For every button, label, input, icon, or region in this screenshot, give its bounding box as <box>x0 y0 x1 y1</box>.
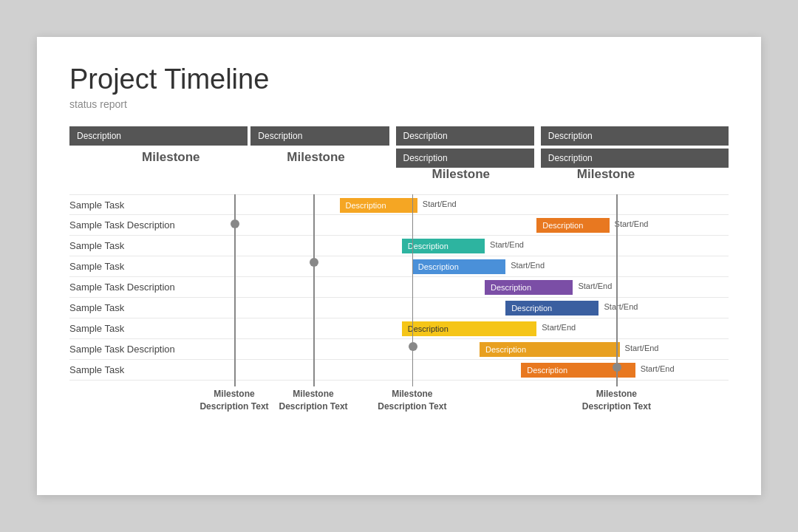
gantt-area: Description Start/End <box>210 318 729 338</box>
milestone-footer-label-4: MilestoneDescription Text <box>582 388 651 413</box>
milestone-line-3 <box>412 194 414 386</box>
gantt-bar-wrap: Description <box>340 198 417 213</box>
gantt-area: Description Start/End <box>210 339 729 359</box>
milestone-dot-2 <box>310 258 318 267</box>
gantt-date: Start/End <box>511 261 545 270</box>
milestone-line-2 <box>313 194 315 386</box>
page-title: Project Timeline <box>69 64 729 95</box>
gantt-bar-wrap: Description <box>480 342 620 357</box>
gantt-container: Sample Task Description Start/End Sample… <box>69 194 729 429</box>
table-row: Sample Task Description Start/End <box>69 298 729 318</box>
task-label: Sample Task <box>69 200 210 211</box>
milestone-label-1: Milestone <box>142 150 200 191</box>
milestone-dot-3 <box>409 342 417 351</box>
table-row: Sample Task Description Start/End <box>69 360 729 381</box>
table-row: Sample Task Description Start/End <box>69 194 729 215</box>
milestone-dot-1 <box>231 219 239 228</box>
gantt-date: Start/End <box>604 302 638 311</box>
task-label: Sample Task <box>69 323 210 334</box>
gantt-bar: Description <box>536 218 609 233</box>
table-row: Sample Task Description Description Star… <box>69 339 729 360</box>
table-row: Sample Task Description Start/End <box>69 236 729 256</box>
band-2: Description <box>250 126 389 146</box>
task-label: Sample Task Description <box>69 344 210 355</box>
gantt-area: Description Start/End <box>210 298 729 318</box>
milestone-header: Description Description Description Desc… <box>69 126 729 191</box>
gantt-bar-wrap: Description <box>505 301 598 316</box>
gantt-bar: Description <box>412 259 505 274</box>
milestone-line-4 <box>616 194 618 386</box>
slide: Project Timeline status report Descripti… <box>37 37 761 495</box>
gantt-bar: Description <box>485 280 573 295</box>
task-label: Sample Task <box>69 240 210 251</box>
task-label: Sample Task <box>69 261 210 272</box>
gantt-area: Description Start/End <box>210 360 729 380</box>
gantt-date: Start/End <box>578 282 612 290</box>
milestone-footer: MilestoneDescription Text MilestoneDescr… <box>69 388 729 429</box>
band-3b: Description <box>396 149 534 168</box>
gantt-bar-wrap: Description <box>536 218 609 233</box>
milestone-footer-label-3: MilestoneDescription Text <box>378 388 446 413</box>
gantt-date: Start/End <box>490 240 524 249</box>
gantt-bar: Description <box>480 342 620 357</box>
page-subtitle: status report <box>69 98 729 110</box>
band-4b: Description <box>541 149 729 168</box>
gantt-bar: Description <box>505 301 598 316</box>
milestone-dot-4 <box>613 363 621 372</box>
gantt-area: Description Start/End <box>210 236 729 256</box>
table-row: Sample Task Description Description Star… <box>69 215 729 236</box>
gantt-area: Description Start/End <box>210 277 729 297</box>
milestone-footer-label-2: MilestoneDescription Text <box>279 388 347 413</box>
band-3: Description <box>396 126 534 146</box>
gantt-bar-wrap: Description <box>485 280 573 295</box>
gantt-bar-wrap: Description <box>402 321 537 336</box>
gantt-bar: Description <box>402 239 485 253</box>
task-label: Sample Task <box>69 364 210 375</box>
gantt-date: Start/End <box>641 364 675 373</box>
gantt-date: Start/End <box>423 200 457 208</box>
gantt-bar: Description <box>402 321 537 336</box>
gantt-bar: Description <box>340 198 417 213</box>
gantt-date: Start/End <box>542 323 576 332</box>
gantt-bar-wrap: Description <box>402 239 485 253</box>
gantt-date: Start/End <box>625 344 659 352</box>
gantt-area: Description Start/End <box>210 195 729 214</box>
table-row: Sample Task Description Start/End <box>69 256 729 277</box>
task-label: Sample Task Description <box>69 219 210 231</box>
task-label: Sample Task <box>69 302 210 313</box>
gantt-date: Start/End <box>615 219 649 228</box>
gantt-chart: Sample Task Description Start/End Sample… <box>69 194 729 381</box>
band-4: Description <box>541 126 729 146</box>
task-label: Sample Task Description <box>69 282 210 293</box>
table-row: Sample Task Description Start/End <box>69 318 729 339</box>
table-row: Sample Task Description Description Star… <box>69 277 729 298</box>
band-1: Description <box>69 126 248 146</box>
milestone-label-3: Milestone <box>432 167 490 191</box>
gantt-bar-wrap: Description <box>412 259 505 274</box>
gantt-area: Description Start/End <box>210 256 729 276</box>
milestone-label-4: Milestone <box>577 167 635 191</box>
gantt-area: Description Start/End <box>210 215 729 235</box>
milestone-label-2: Milestone <box>287 150 344 191</box>
milestone-footer-label-1: MilestoneDescription Text <box>200 388 268 413</box>
